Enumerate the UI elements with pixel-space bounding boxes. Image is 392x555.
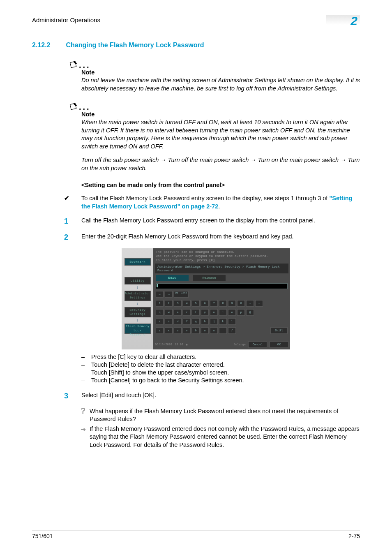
note-text: Turn off the sub power switch → Turn off… <box>81 156 360 172</box>
status-date: 06/19/2008 <box>155 343 172 346</box>
arrow-left-key[interactable]: ← <box>156 291 164 298</box>
bullet-text: To call the Flash Memory Lock Password e… <box>81 194 360 211</box>
breadcrumb: Administrator Settings > Enhanced Securi… <box>155 264 288 273</box>
password-input[interactable] <box>156 283 288 289</box>
key-row-2: qwertyuiop@ <box>153 308 290 317</box>
keyboard-key[interactable]: 3 <box>174 300 182 307</box>
chevron-down-icon: ↓ <box>122 302 153 306</box>
embedded-screenshot: Bookmark Utility ↓ Administrator Setting… <box>122 248 290 349</box>
keyboard-key[interactable]: ~ <box>255 300 263 307</box>
keyboard-key[interactable]: s <box>165 318 173 325</box>
keyboard-key[interactable]: c <box>174 327 182 334</box>
delete-key[interactable]: De- lete <box>174 291 189 298</box>
keyboard-key[interactable]: u <box>210 309 218 316</box>
keyboard-key[interactable]: 4 <box>183 300 191 307</box>
dash-bullet: – <box>81 361 91 368</box>
dash-bullet: – <box>81 377 91 384</box>
dash-bullet: – <box>81 354 91 360</box>
section-title: Changing the Flash Memory Lock Password <box>66 42 204 49</box>
key-row-4: zxcvbnm./Shift <box>153 326 290 335</box>
keyboard-key[interactable]: 1 <box>156 300 164 307</box>
status-time: 13:08 <box>175 343 183 346</box>
keyboard-key[interactable]: d <box>174 318 182 325</box>
instruction-line: Use the keyboard or keypad to enter the … <box>156 254 288 258</box>
chevron-down-icon: ↓ <box>122 285 153 290</box>
flash-memory-button[interactable]: Flash Memory Lock Password <box>125 324 151 334</box>
answer-text: If the Flash Memory Password entered doe… <box>90 425 360 449</box>
list-item: Touch [Delete] to delete the last charac… <box>91 361 225 368</box>
keyboard-key[interactable]: v <box>183 327 191 334</box>
keyboard-key[interactable]: a <box>156 318 164 325</box>
instruction-line: To clear your entry, press [C]. <box>156 258 288 262</box>
question-icon: ? <box>81 407 90 423</box>
keyboard-key[interactable]: @ <box>246 309 254 316</box>
utility-button[interactable]: Utility <box>125 277 151 284</box>
keyboard-key[interactable]: 8 <box>219 300 227 307</box>
keyboard-key[interactable]: o <box>228 309 236 316</box>
footer-model: 751/601 <box>32 533 53 539</box>
running-header: Administrator Operations <box>32 16 100 23</box>
checkmark-icon: ✔ <box>64 194 81 211</box>
chevron-down-icon: ↓ <box>122 318 153 323</box>
note-text: When the main power switch is turned OFF… <box>81 118 360 150</box>
keyboard-key[interactable]: i <box>219 309 227 316</box>
arrow-right-key[interactable]: → <box>165 291 173 298</box>
step-text: Call the Flash Memory Lock Password entr… <box>81 216 315 227</box>
ok-button[interactable]: OK <box>270 341 288 348</box>
security-settings-button[interactable]: Security Settings <box>125 307 151 317</box>
bookmark-button[interactable]: Bookmark <box>125 258 151 266</box>
keyboard-key[interactable]: r <box>183 309 191 316</box>
note-icon <box>69 60 78 70</box>
keyboard-key[interactable]: 7 <box>210 300 218 307</box>
keyboard-key[interactable]: - <box>246 300 254 307</box>
note-label: Note <box>81 111 360 118</box>
keyboard-key[interactable]: b <box>192 327 200 334</box>
keyboard-key[interactable]: 6 <box>201 300 209 307</box>
note-dots: ... <box>79 102 91 111</box>
note-icon <box>69 102 78 112</box>
note-text: Do not leave the machine with the settin… <box>81 76 360 92</box>
keyboard-key[interactable]: e <box>174 309 182 316</box>
keyboard-key[interactable]: x <box>165 327 173 334</box>
keyboard-key[interactable]: 2 <box>165 300 173 307</box>
keyboard-key[interactable]: 0 <box>237 300 245 307</box>
list-item: Touch [Cancel] to go back to the Securit… <box>91 377 244 384</box>
enlarge-label: Enlarge <box>234 343 246 346</box>
keyboard-key[interactable]: w <box>165 309 173 316</box>
keyboard-key[interactable]: l <box>228 318 236 325</box>
tab-edit[interactable]: Edit <box>156 275 189 281</box>
step-number: 1 <box>64 216 81 227</box>
step-text: Select [Edit] and touch [OK]. <box>81 391 156 401</box>
keyboard-key[interactable]: m <box>210 327 218 334</box>
keyboard-key[interactable]: / <box>228 327 236 334</box>
step-number: 3 <box>64 391 81 401</box>
tab-release[interactable]: Release <box>193 275 226 281</box>
shift-key[interactable]: Shift <box>270 327 288 334</box>
setting-note: <Setting can be made only from the contr… <box>81 182 360 188</box>
keyboard-key[interactable]: 9 <box>228 300 236 307</box>
key-row-3: asdfghjkl <box>153 317 290 326</box>
answer-arrow-icon: ➔ <box>81 425 90 449</box>
keyboard-key[interactable]: j <box>210 318 218 325</box>
keyboard-key[interactable]: f <box>183 318 191 325</box>
list-item: Touch [Shift] to show the upper case/sym… <box>91 369 229 376</box>
keyboard-key[interactable]: k <box>219 318 227 325</box>
question-text: What happens if the Flash Memory Lock Pa… <box>90 407 360 423</box>
step-number: 2 <box>64 232 81 243</box>
admin-settings-button[interactable]: Administrator Settings <box>125 291 151 301</box>
note-label: Note <box>81 69 360 76</box>
instruction-line: The password can be changed or canceled. <box>156 250 288 254</box>
footer-page: 2-75 <box>348 533 360 539</box>
keyboard-key[interactable]: y <box>201 309 209 316</box>
keyboard-key[interactable]: t <box>192 309 200 316</box>
section-number: 2.12.2 <box>32 42 64 49</box>
keyboard-key[interactable]: n <box>201 327 209 334</box>
keyboard-key[interactable]: 5 <box>192 300 200 307</box>
keyboard-key[interactable]: z <box>156 327 164 334</box>
keyboard-key[interactable]: . <box>219 327 227 334</box>
cancel-button[interactable]: Cancel <box>248 341 267 348</box>
keyboard-key[interactable]: h <box>201 318 209 325</box>
keyboard-key[interactable]: p <box>237 309 245 316</box>
keyboard-key[interactable]: q <box>156 309 164 316</box>
keyboard-key[interactable]: g <box>192 318 200 325</box>
